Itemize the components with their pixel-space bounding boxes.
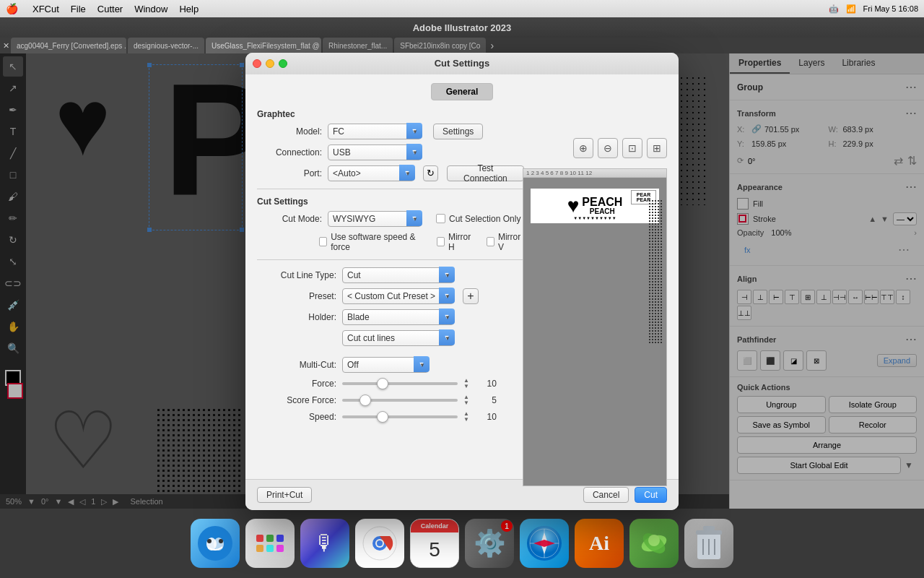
- test-connection-btn[interactable]: Test Connection: [447, 165, 524, 181]
- cut-btn[interactable]: Cut: [635, 487, 667, 503]
- tab-bar: ✕ acg00404_Ferry [Converted].eps ... des…: [0, 38, 924, 53]
- dock-launchpad[interactable]: [245, 519, 295, 568]
- mirror-v-checkbox[interactable]: [487, 237, 494, 246]
- speed-value: 10: [475, 412, 497, 422]
- apple-menu[interactable]: 🍎: [6, 3, 18, 14]
- mirror-v-row: Mirror V: [487, 232, 524, 252]
- model-label: Model:: [257, 126, 322, 137]
- software-speed-row: Use software speed & force: [319, 232, 422, 252]
- cut-line-type-btn[interactable]: ▼: [439, 267, 455, 282]
- dock-safari[interactable]: [520, 519, 569, 568]
- dialog-maximize[interactable]: [279, 59, 287, 68]
- holder-select[interactable]: Blade: [342, 309, 454, 325]
- dock-system-prefs[interactable]: ⚙️ 1: [465, 519, 514, 568]
- dock-finder[interactable]: [191, 519, 240, 568]
- connection-label: Connection:: [257, 147, 322, 158]
- dialog-title: Cut Settings: [435, 58, 490, 69]
- connection-select-btn[interactable]: ▼: [406, 144, 422, 160]
- force-arrows[interactable]: ▲ ▼: [463, 378, 469, 389]
- preview-side-dots: [648, 199, 663, 344]
- zoom-in-btn[interactable]: ⊕: [573, 138, 593, 158]
- tab-1[interactable]: designious-vector-...: [128, 38, 204, 53]
- holder-wrap: Blade ▼: [342, 309, 454, 325]
- force-value: 10: [475, 379, 497, 389]
- dock-chrome[interactable]: [355, 519, 404, 568]
- model-select-btn[interactable]: ▼: [406, 123, 422, 139]
- force-slider-row: ▲ ▼ 10: [342, 378, 497, 389]
- zoom-out-btn[interactable]: ⊖: [598, 138, 618, 158]
- dialog-close[interactable]: [253, 59, 261, 68]
- cut-lines-wrap: Cut cut lines ▼: [342, 330, 454, 346]
- menu-file[interactable]: File: [71, 4, 86, 14]
- modal-overlay: Cut Settings General ⊕ ⊖ ⊡ ⊞ 1 2 3 4 5 6…: [0, 53, 924, 509]
- multi-cut-wrap: Off ▼: [342, 357, 429, 373]
- port-select-btn[interactable]: ▼: [399, 165, 415, 181]
- tab-3[interactable]: Rhinestoner_flat...: [323, 38, 393, 53]
- preview-area: 1 2 3 4 5 6 7 8 9 10 11 12 ♥ PEACH PEACH…: [523, 168, 667, 486]
- speed-slider-row: ▲ ▼ 10: [342, 411, 497, 423]
- software-row: Use software speed & force Mirror H Mirr…: [257, 232, 524, 252]
- tab-4[interactable]: SFbei210inx8in copy [Co: [394, 38, 486, 53]
- cut-selection-checkbox[interactable]: [436, 214, 445, 223]
- multi-cut-btn[interactable]: ▼: [414, 356, 430, 372]
- refresh-btn[interactable]: ↻: [423, 165, 438, 181]
- mirror-h-checkbox[interactable]: [437, 237, 445, 246]
- clock: Fri May 5 16:08: [863, 4, 918, 13]
- cut-lines-select[interactable]: Cut cut lines: [342, 330, 454, 346]
- score-force-slider[interactable]: [342, 399, 458, 402]
- cut-lines-btn[interactable]: ▼: [439, 329, 455, 345]
- menu-help[interactable]: Help: [179, 4, 199, 14]
- dock-pixelmator[interactable]: [629, 519, 679, 568]
- force-slider[interactable]: [342, 382, 458, 385]
- holder-select-btn[interactable]: ▼: [439, 309, 455, 324]
- cut-line-type-row: Cut Line Type: Cut ▼: [257, 267, 524, 283]
- dock-trash[interactable]: [684, 519, 733, 568]
- tab-0[interactable]: acg00404_Ferry [Converted].eps ...: [11, 38, 126, 53]
- ai-icon: 🤖: [829, 4, 839, 14]
- cut-line-type-select[interactable]: Cut: [342, 267, 454, 283]
- dialog-minimize[interactable]: [266, 59, 274, 68]
- dock-illustrator[interactable]: Ai: [575, 519, 624, 568]
- speed-arrows[interactable]: ▲ ▼: [463, 411, 469, 423]
- tab-close-all[interactable]: ✕: [3, 41, 9, 51]
- speed-slider[interactable]: [342, 415, 458, 418]
- preview-buttons: ⊕ ⊖ ⊡ ⊞: [573, 138, 667, 158]
- score-force-arrows[interactable]: ▲ ▼: [463, 394, 469, 406]
- menu-xfcut[interactable]: XFCut: [32, 4, 59, 14]
- dialog-traffic-lights: [253, 59, 287, 68]
- general-tab[interactable]: General: [431, 83, 494, 100]
- dock-calendar[interactable]: Calendar 5: [410, 519, 459, 568]
- menubar-right: 🤖 📶 Fri May 5 16:08: [829, 0, 918, 17]
- sysprefs-badge: 1: [501, 520, 513, 532]
- menu-bar: 🍎 XFCut File Cutter Window Help 🤖 📶 Fri …: [0, 0, 924, 17]
- cut-settings-title: Cut Settings: [257, 197, 524, 207]
- software-checkbox[interactable]: [319, 237, 327, 246]
- cut-mode-btn[interactable]: ▼: [406, 210, 422, 226]
- tab-more[interactable]: ›: [490, 40, 494, 51]
- holder-label: Holder:: [257, 312, 336, 322]
- zoom-reset-btn[interactable]: ⊞: [647, 138, 667, 158]
- mirror-h-row: Mirror H: [437, 232, 475, 252]
- cut-settings-dialog: Cut Settings General ⊕ ⊖ ⊡ ⊞ 1 2 3 4 5 6…: [245, 53, 679, 510]
- menu-cutter[interactable]: Cutter: [97, 4, 123, 14]
- wifi-icon: 📶: [846, 4, 856, 14]
- force-row: Force: ▲ ▼ 10: [257, 378, 524, 389]
- cut-line-type-label: Cut Line Type:: [257, 270, 336, 280]
- tab-2[interactable]: UseGlass_FlexiFilesystem_flat @ 50% (RGB…: [206, 38, 321, 53]
- svg-point-8: [377, 540, 383, 546]
- preset-select[interactable]: < Custom Cut Preset >: [342, 288, 454, 304]
- menu-window[interactable]: Window: [134, 4, 167, 14]
- preset-select-btn[interactable]: ▼: [439, 288, 455, 303]
- dock-siri[interactable]: 🎙: [300, 519, 349, 568]
- app-title: Adobe Illustrator 2023: [413, 22, 512, 33]
- dock: 🎙 Calendar 5 ⚙️ 1 Ai: [0, 509, 924, 578]
- divider-2: [257, 259, 524, 260]
- dialog-titlebar: Cut Settings: [245, 53, 679, 74]
- preset-add-btn[interactable]: +: [463, 288, 479, 304]
- preview-content: ♥ PEACH PEACH PEARPEAR ▼▼▼▼▼▼▼▼▼▼: [531, 189, 659, 223]
- cancel-btn[interactable]: Cancel: [583, 487, 629, 503]
- settings-btn[interactable]: Settings: [433, 124, 483, 139]
- zoom-fit-btn[interactable]: ⊡: [622, 138, 642, 158]
- print-cut-btn[interactable]: Print+Cut: [257, 487, 312, 503]
- preview-dots-row: ▼▼▼▼▼▼▼▼▼▼: [531, 213, 659, 223]
